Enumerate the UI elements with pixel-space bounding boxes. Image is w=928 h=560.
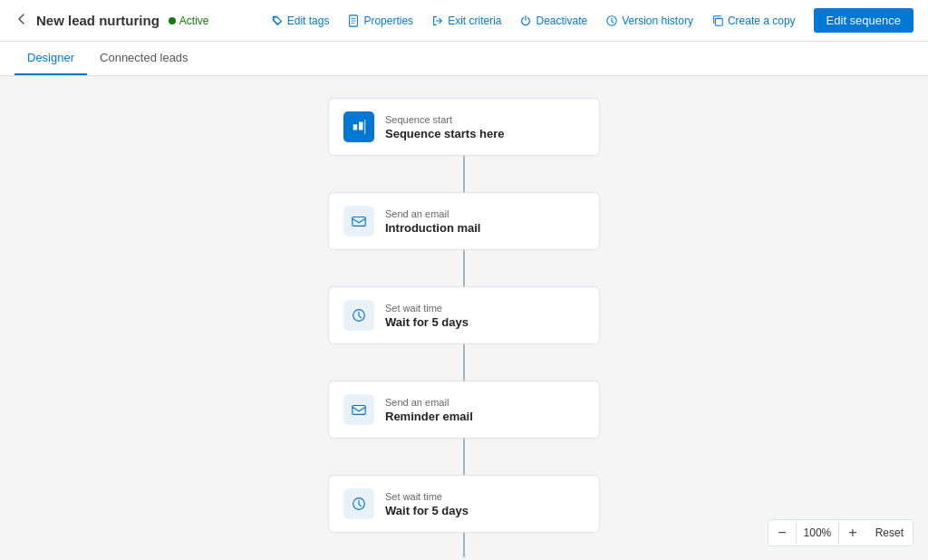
node-email1-label: Send an email xyxy=(385,208,480,219)
create-copy-button[interactable]: Create a copy xyxy=(704,11,803,31)
header: New lead nurturing Active Edit tags Prop… xyxy=(0,0,928,42)
wait2-icon xyxy=(343,488,374,519)
properties-label: Properties xyxy=(363,14,413,27)
node-email1-content: Send an email Introduction mail xyxy=(385,208,480,235)
tabs-bar: Designer Connected leads xyxy=(0,42,928,76)
connector-5 xyxy=(463,533,465,557)
deactivate-label: Deactivate xyxy=(536,14,587,27)
node-email2-content: Send an email Reminder email xyxy=(385,397,473,423)
create-copy-label: Create a copy xyxy=(728,14,796,27)
status-label: Active xyxy=(179,14,209,27)
node-start-title: Sequence starts here xyxy=(385,127,505,140)
node-start-content: Sequence start Sequence starts here xyxy=(385,114,505,140)
connector-1 xyxy=(463,156,465,192)
tab-connected-leads[interactable]: Connected leads xyxy=(87,42,201,75)
zoom-out-button[interactable]: − xyxy=(768,520,795,546)
connector-2 xyxy=(463,250,465,286)
status-dot xyxy=(169,17,176,24)
zoom-reset-button[interactable]: Reset xyxy=(866,521,913,545)
clock-icon xyxy=(605,14,618,27)
svg-rect-5 xyxy=(715,18,722,25)
node-wait2-content: Set wait time Wait for 5 days xyxy=(385,491,469,517)
zoom-value: 100% xyxy=(796,521,840,545)
start-icon xyxy=(343,111,374,142)
node-email2-label: Send an email xyxy=(385,397,473,408)
connector-3 xyxy=(463,344,465,381)
node-wait2-title: Wait for 5 days xyxy=(385,504,469,517)
svg-rect-7 xyxy=(359,122,363,130)
node-wait1-content: Set wait time Wait for 5 days xyxy=(385,303,469,329)
tab-designer[interactable]: Designer xyxy=(14,42,87,75)
node-email1-title: Introduction mail xyxy=(385,221,480,235)
power-icon xyxy=(519,14,532,27)
tag-icon xyxy=(271,14,284,27)
connector-4 xyxy=(463,439,465,475)
version-history-button[interactable]: Version history xyxy=(598,11,701,31)
exit-criteria-button[interactable]: Exit criteria xyxy=(424,11,508,31)
node-email2-title: Reminder email xyxy=(385,410,473,423)
node-wait1[interactable]: Set wait time Wait for 5 days xyxy=(328,286,600,344)
svg-rect-8 xyxy=(364,120,365,134)
properties-button[interactable]: Properties xyxy=(340,11,420,31)
sequence-flow: Sequence start Sequence starts here Send… xyxy=(0,76,928,557)
node-email1[interactable]: Send an email Introduction mail xyxy=(328,192,600,250)
edit-sequence-button[interactable]: Edit sequence xyxy=(814,8,914,33)
back-button[interactable] xyxy=(14,12,29,30)
header-actions: Edit tags Properties Exit criteria Deact… xyxy=(264,8,914,33)
svg-rect-9 xyxy=(353,217,365,227)
node-email2[interactable]: Send an email Reminder email xyxy=(328,381,600,439)
svg-rect-11 xyxy=(353,406,365,415)
edit-tags-label: Edit tags xyxy=(287,14,330,27)
sequence-canvas: Sequence start Sequence starts here Send… xyxy=(0,76,928,557)
wait1-icon xyxy=(343,300,374,331)
deactivate-button[interactable]: Deactivate xyxy=(512,11,594,31)
exit-criteria-label: Exit criteria xyxy=(448,14,501,27)
status-badge: Active xyxy=(169,14,209,27)
zoom-in-button[interactable]: + xyxy=(839,520,865,546)
node-wait1-title: Wait for 5 days xyxy=(385,315,469,329)
node-start[interactable]: Sequence start Sequence starts here xyxy=(328,98,600,156)
node-wait1-label: Set wait time xyxy=(385,303,469,314)
node-wait2[interactable]: Set wait time Wait for 5 days xyxy=(328,475,600,533)
node-wait2-label: Set wait time xyxy=(385,491,469,502)
copy-icon xyxy=(711,14,724,27)
node-start-label: Sequence start xyxy=(385,114,505,125)
email1-icon xyxy=(343,206,374,237)
svg-rect-6 xyxy=(353,124,358,130)
edit-tags-button[interactable]: Edit tags xyxy=(264,11,337,31)
doc-icon xyxy=(347,14,360,27)
page-title: New lead nurturing xyxy=(36,13,160,28)
version-history-label: Version history xyxy=(622,14,693,27)
email2-icon xyxy=(343,394,374,425)
zoom-controls: − 100% + Reset xyxy=(768,519,914,546)
exit-icon xyxy=(431,14,444,27)
